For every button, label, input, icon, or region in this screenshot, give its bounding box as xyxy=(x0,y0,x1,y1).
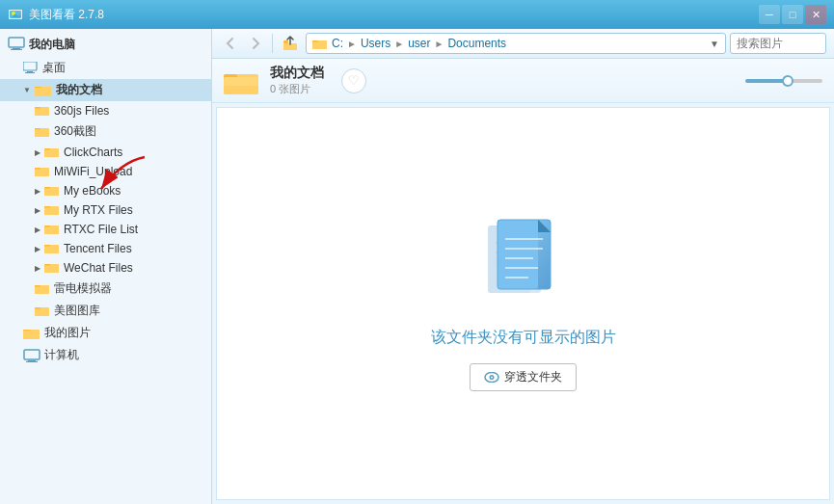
forward-button[interactable] xyxy=(245,35,266,52)
favorite-button[interactable]: ♡ xyxy=(341,68,366,93)
svg-rect-53 xyxy=(283,40,288,43)
expand-chevron-wechat: ▶ xyxy=(35,264,40,273)
search-input[interactable] xyxy=(730,33,826,54)
folder-count: 0 张图片 xyxy=(270,82,324,96)
maximize-button[interactable]: □ xyxy=(782,5,803,24)
miwifi-label: MiWiFi_Upload xyxy=(54,165,132,178)
desktop-label: 桌面 xyxy=(42,60,66,76)
expand-chevron-myebooks: ▶ xyxy=(35,187,40,196)
sidebar: 我的电脑 桌面 ▼ 我的文档 xyxy=(0,29,212,504)
folder-icon-myebooks xyxy=(44,185,60,197)
titlebar-controls: ─ □ ✕ xyxy=(759,5,826,24)
svg-rect-45 xyxy=(35,308,49,316)
folder-icon-leidian xyxy=(35,283,50,295)
sidebar-item-tencent[interactable]: ▶ Tencent Files xyxy=(0,239,211,258)
separator-1 xyxy=(272,34,273,53)
up-icon xyxy=(282,36,298,51)
sidebar-item-leidiansimulator[interactable]: 雷电模拟器 xyxy=(0,278,211,300)
svg-rect-12 xyxy=(35,88,51,96)
svg-rect-4 xyxy=(9,38,24,47)
minimize-button[interactable]: ─ xyxy=(759,5,780,24)
360js-label: 360js Files xyxy=(54,104,109,118)
svg-rect-60 xyxy=(224,77,258,86)
sidebar-item-360cap[interactable]: 360截图 xyxy=(0,120,211,143)
sidebar-item-my-docs[interactable]: ▼ 我的文档 xyxy=(0,79,211,101)
sidebar-item-desktop[interactable]: 桌面 xyxy=(0,57,211,79)
through-folder-button[interactable]: 穿透文件夹 xyxy=(470,363,577,391)
addr-c[interactable]: C: xyxy=(332,37,343,50)
addr-user[interactable]: user xyxy=(408,37,430,50)
svg-rect-27 xyxy=(44,189,59,197)
svg-point-77 xyxy=(491,377,493,379)
empty-message: 该文件夹没有可显示的图片 xyxy=(431,328,616,348)
wechat-label: WeChat Files xyxy=(64,261,133,275)
toolbar: C: ► Users ► user ► Documents ▼ xyxy=(212,29,834,59)
sidebar-item-myrtx[interactable]: ▶ My RTX Files xyxy=(0,200,211,220)
expand-chevron-rtxclist: ▶ xyxy=(35,225,40,234)
empty-folder-icon xyxy=(480,216,567,312)
tencent-label: Tencent Files xyxy=(64,242,132,255)
svg-rect-49 xyxy=(24,350,40,359)
desktop-icon xyxy=(23,62,39,75)
sidebar-item-miwifi[interactable]: MiWiFi_Upload xyxy=(0,162,211,181)
folder-large-icon xyxy=(224,66,260,95)
myrtx-label: My RTX Files xyxy=(64,203,133,217)
sidebar-item-meitulib[interactable]: 美图图库 xyxy=(0,300,211,322)
svg-rect-21 xyxy=(44,150,59,158)
svg-rect-36 xyxy=(44,247,59,254)
folder-info: 我的文档 0 张图片 xyxy=(270,65,324,96)
addr-users[interactable]: Users xyxy=(361,37,390,50)
expand-chevron: ▼ xyxy=(23,86,31,94)
titlebar-left: 美图看看 2.7.8 xyxy=(8,7,104,23)
folder-icon-wechat xyxy=(44,262,60,274)
svg-rect-39 xyxy=(44,266,59,274)
sidebar-item-wechat[interactable]: ▶ WeChat Files xyxy=(0,258,211,278)
svg-rect-15 xyxy=(35,109,49,117)
sidebar-item-mypics[interactable]: 我的图片 xyxy=(0,322,211,344)
folder-icon-meitulib xyxy=(35,305,50,317)
folder-addr-icon xyxy=(312,38,328,50)
forward-icon xyxy=(249,37,262,50)
expand-chevron-myrtx: ▶ xyxy=(35,206,40,215)
close-button[interactable]: ✕ xyxy=(805,5,826,24)
folder-icon-clickcharts xyxy=(44,146,60,158)
zoom-thumb[interactable] xyxy=(782,75,794,87)
zoom-slider[interactable] xyxy=(745,79,822,83)
addr-documents[interactable]: Documents xyxy=(447,37,506,50)
address-bar[interactable]: C: ► Users ► user ► Documents ▼ xyxy=(306,33,726,54)
my-docs-label: 我的文档 xyxy=(56,82,102,98)
up-button[interactable] xyxy=(279,34,302,53)
folder-icon-rtxclist xyxy=(44,224,60,235)
svg-rect-68 xyxy=(498,220,538,289)
sidebar-item-360js[interactable]: 360js Files xyxy=(0,101,211,120)
rtxclist-label: RTXC File List xyxy=(64,223,138,236)
my-computer-label: 我的电脑 xyxy=(29,37,75,53)
svg-rect-7 xyxy=(23,62,37,70)
svg-rect-42 xyxy=(35,286,49,294)
computer-label: 计算机 xyxy=(44,347,79,363)
meitulib-label: 美图图库 xyxy=(54,303,100,319)
sidebar-item-my-computer[interactable]: 我的电脑 xyxy=(0,33,211,57)
mypics-label: 我的图片 xyxy=(44,325,91,341)
titlebar: 美图看看 2.7.8 ─ □ ✕ xyxy=(0,0,834,29)
through-button-label: 穿透文件夹 xyxy=(504,369,562,385)
svg-rect-24 xyxy=(35,170,49,177)
sidebar-item-computer[interactable]: 计算机 xyxy=(0,344,211,366)
expand-chevron-tencent: ▶ xyxy=(35,245,40,253)
myebooks-label: My eBooks xyxy=(64,184,121,198)
sidebar-item-clickcharts[interactable]: ▶ ClickCharts xyxy=(0,143,211,162)
svg-rect-56 xyxy=(312,41,327,49)
heart-icon: ♡ xyxy=(348,73,360,88)
expand-chevron-clickcharts: ▶ xyxy=(35,148,40,157)
folder-icon-miwifi xyxy=(35,166,50,177)
folder-icon-docs xyxy=(35,84,52,97)
back-button[interactable] xyxy=(220,35,241,52)
svg-rect-18 xyxy=(35,129,49,137)
app-title: 美图看看 2.7.8 xyxy=(29,7,104,23)
addr-dropdown-chevron[interactable]: ▼ xyxy=(710,39,719,49)
folder-icon-myrtx xyxy=(44,204,60,216)
sidebar-item-rtxclist[interactable]: ▶ RTXC File List xyxy=(0,220,211,239)
sidebar-item-myebooks[interactable]: ▶ My eBooks xyxy=(0,181,211,200)
main-layout: 我的电脑 桌面 ▼ 我的文档 xyxy=(0,29,834,504)
empty-folder-illustration: 该文件夹没有可显示的图片 穿透文件夹 xyxy=(431,216,616,391)
